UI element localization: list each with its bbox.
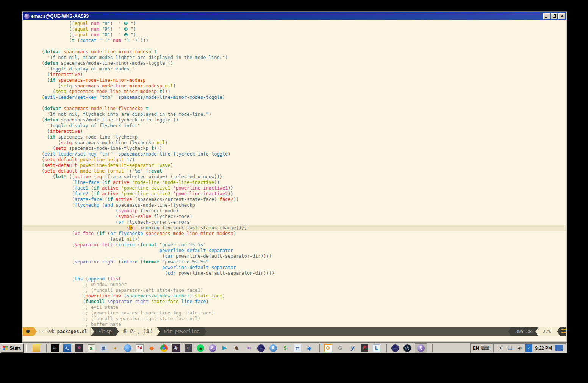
code-line[interactable]: (setq spacemacs-mode-line-flycheckp nil) [42,140,566,146]
tray-keyboard-icon[interactable]: ⌨ [482,344,488,353]
code-line[interactable]: (funcall separator-right state-face line… [42,299,566,305]
code-line[interactable]: "If not nil, minor modes lighter are dis… [42,55,566,61]
quicklaunch-snake-icon[interactable]: S [281,344,290,353]
tray-network-icon[interactable]: ❏ [507,344,513,353]
code-line[interactable]: (defvar spacemacs-mode-line-minor-modesp… [42,49,566,55]
code-line[interactable]: (separator-left (intern (format "powerli… [42,242,566,248]
code-line[interactable]: ;; (funcall separator-left state-face fa… [42,288,566,293]
tray-dropbox-icon[interactable]: ✓ [525,344,532,353]
code-line[interactable]: (defvar spacemacs-mode-line-flycheckp t [42,106,566,112]
quicklaunch-powershell-icon[interactable]: >_ [63,344,72,353]
quicklaunch-folder-icon[interactable] [32,344,41,353]
quicklaunch-google-play-icon[interactable]: ▶ [220,344,229,353]
buffer[interactable]: ((equal num "8") " ❽ ") ((equal num "9")… [23,20,566,327]
modeline-minor-modes[interactable]: Ⓗ Ⓐ , (Ⓢ) [120,327,156,336]
code-line[interactable]: (setq-default powerline-height 17) [42,157,566,163]
quicklaunch-steam-icon[interactable]: ◎ [403,344,412,353]
quicklaunch-slack-hash-icon[interactable]: # [172,344,181,353]
language-indicator[interactable]: EN [473,346,479,351]
code-line[interactable]: powerline-default-separator [42,248,566,254]
code-line[interactable]: (face1 (if active 'powerline-active1 'po… [42,185,566,191]
code-line[interactable]: (separator-right (intern (format "powerl… [42,259,566,265]
quicklaunch-chrome-icon[interactable]: ● [160,344,169,353]
code-line[interactable]: (evil-leader/set-key "tmm" 'spacemacs/mo… [42,95,566,100]
quicklaunch-blue-sphere-icon[interactable] [123,344,132,353]
clock[interactable]: 9:22 PM [535,346,552,351]
code-line[interactable]: (eq 'running flycheck-last-status-change… [23,225,566,231]
quicklaunch-terminal-bars-icon[interactable]: ıl| [184,344,193,353]
code-line[interactable]: (interactive) [42,72,566,78]
code-line[interactable]: (car powerline-default-separator-dir)))) [42,254,566,259]
code-line[interactable]: (setq spacemacs-mode-line-minor-modesp t… [42,89,566,95]
code-line[interactable]: ;; (funcall separator-right state-face n… [42,316,566,322]
quicklaunch-emacs-sphere-icon[interactable]: ξ [208,344,217,353]
code-line[interactable]: ((equal num "0") " ❿ ") [42,32,566,38]
quicklaunch-red-e-icon[interactable]: E [360,344,369,353]
code-line[interactable]: "Toggle display of flycheck info." [42,123,566,129]
code-line[interactable] [42,100,566,106]
display-monitor-icon[interactable] [555,344,564,352]
echo-area[interactable] [23,336,566,341]
code-line[interactable]: ;; evil state [42,305,566,310]
code-line[interactable]: (setq-default powerline-default-separato… [42,163,566,168]
code-line[interactable]: (powerline-raw (spacemacs/window-number)… [42,293,566,299]
quicklaunch-media-sync-icon[interactable]: ⇄ [293,344,302,353]
code-line[interactable]: ;; (powerline-raw evil-mode-line-tag sta… [42,310,566,316]
code-line[interactable]: (setq spacemacs-mode-line-minor-modesp n… [42,83,566,89]
code-line[interactable]: (interactive) [42,129,566,134]
quicklaunch-remote-desktop-icon[interactable]: ▦ [99,344,108,353]
code-line[interactable]: "Toggle display of minor modes." [42,66,566,72]
minimize-button[interactable] [543,13,550,19]
quicklaunch-visual-studio-icon[interactable]: ∞ [244,344,253,353]
code-line[interactable]: "If not nil, flycheck info are displayed… [42,112,566,117]
code-line[interactable]: (evil-leader/set-key "tmf" 'spacemacs/mo… [42,151,566,157]
code-line[interactable]: (if spacemacs-mode-line-flycheckp [42,134,566,140]
code-line[interactable]: (lhs (append (list [42,276,566,282]
code-line[interactable]: face1 nil)) [42,237,566,242]
quicklaunch-emacs-console-icon[interactable]: ε [87,344,96,353]
quicklaunch-eclipse-2-icon[interactable]: ≡ [391,344,400,353]
quicklaunch-orange-o-icon[interactable]: O [324,344,333,353]
code-line[interactable]: (state-face (if active (spacemacs/curren… [42,197,566,202]
quicklaunch-rubber-duck-icon[interactable]: ● [111,344,120,353]
mode-line[interactable]: ❶ - 59k packages.el Elisp Ⓗ Ⓐ , (Ⓢ) Git-… [23,327,566,336]
modeline-vc-branch[interactable]: Git-powerline [161,327,203,336]
modeline-major-mode[interactable]: Elisp [95,327,115,336]
start-button[interactable]: Start [1,343,24,353]
quicklaunch-photo-viewer-icon[interactable]: ❖ [75,344,84,353]
code-line[interactable]: (flycheckp (and spacemacs-mode-line-flyc… [42,202,566,208]
quicklaunch-perforce-icon[interactable]: P4 [135,344,144,353]
code-line[interactable]: ((equal num "9") " ❾ ") [42,26,566,32]
code-line[interactable] [42,44,566,49]
quicklaunch-cmd-prompt-icon[interactable]: C:\ [50,344,59,353]
modeline-position[interactable]: 395:38 [512,327,535,336]
tray-volume-icon[interactable]: ◀) [516,344,523,353]
code-line[interactable]: ;; buffer name [42,322,566,327]
modeline-percent[interactable]: 22% [540,327,556,336]
quicklaunch-eclipse-icon[interactable]: ≡ [256,344,266,353]
code-line[interactable]: (setq-default mode-line-format '("%e" (:… [42,168,566,174]
quicklaunch-orange-diamond-icon[interactable]: ◆ [147,344,156,353]
quicklaunch-l-icon-icon[interactable]: L [372,344,381,353]
tray-hide-icons-chevron-icon[interactable]: « [497,344,504,353]
modeline-buffer-info[interactable]: - 59k packages.el [38,327,90,336]
title-bar[interactable]: emacs@QUE-WKS-AA593 × [23,12,566,20]
code-line[interactable]: powerline-default-separator [42,265,566,271]
quicklaunch-r-project-icon[interactable]: R [269,344,278,353]
quicklaunch-spotify-icon[interactable]: ≋ [196,344,205,353]
quicklaunch-yed-icon[interactable]: y [348,344,357,353]
code-line[interactable]: (let* ((active (eq (frame-selected-windo… [42,174,566,180]
code-line[interactable]: (setq spacemacs-mode-line-flycheckp t))) [42,146,566,151]
code-line[interactable]: (defun spacemacs/mode-line-flycheck-info… [42,117,566,123]
code-line[interactable]: ((equal num "8") " ❽ ") [42,21,566,26]
code-line[interactable]: ;; window number [42,282,566,288]
code-line[interactable]: (defun spacemacs/mode-line-minor-modes-t… [42,61,566,66]
quicklaunch-gnu-head-icon[interactable]: ♞ [232,344,241,353]
code-line[interactable]: (symbol-value flycheck-mode) [42,214,566,220]
close-button[interactable]: × [558,13,565,19]
restore-button[interactable] [551,13,558,19]
quicklaunch-gimp-icon[interactable]: G [336,344,345,353]
code-line[interactable]: (cdr powerline-default-separator-dir)))) [42,271,566,276]
code-line[interactable]: (t (concat " (" num ") "))))) [42,38,566,44]
code-line[interactable]: (line-face (if active 'mode-line 'mode-l… [42,180,566,185]
